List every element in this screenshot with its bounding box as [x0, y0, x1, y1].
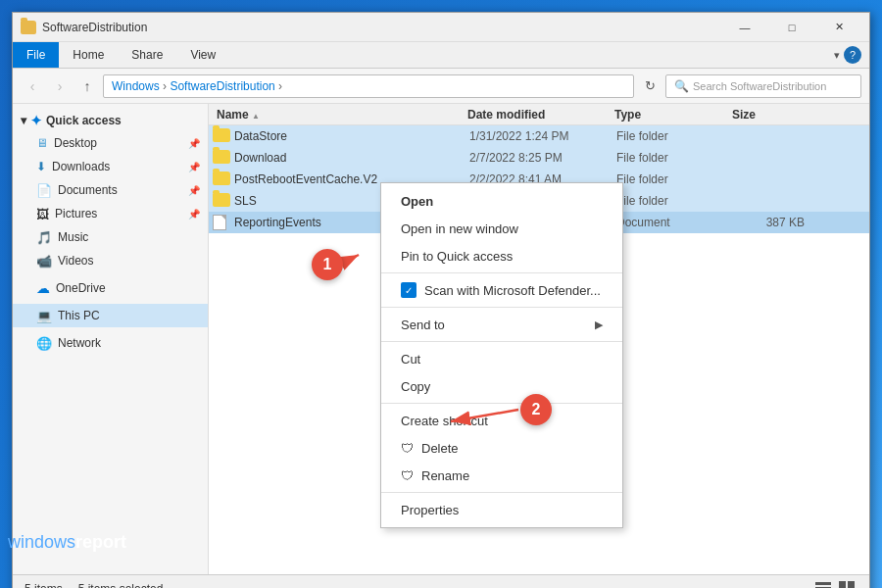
- file-date: 1/31/2022 1:24 PM: [469, 129, 616, 143]
- file-size: 387 KB: [734, 216, 812, 229]
- chevron-down-icon: ▾: [21, 114, 26, 127]
- music-icon: 🎵: [36, 230, 52, 245]
- ctx-separator-3: [381, 341, 622, 342]
- search-box[interactable]: 🔍 Search SoftwareDistribution: [665, 74, 861, 98]
- sidebar-item-downloads[interactable]: ⬇ Downloads 📌: [13, 155, 208, 178]
- ctx-separator-4: [381, 403, 622, 404]
- status-bar: 5 items 5 items selected: [13, 574, 869, 588]
- view-controls: [812, 578, 858, 589]
- address-path[interactable]: Windows › SoftwareDistribution ›: [103, 74, 634, 98]
- ribbon: File Home Share View ▾ ?: [13, 42, 869, 69]
- ctx-send-to[interactable]: Send to ▶: [381, 311, 622, 338]
- tab-view[interactable]: View: [176, 42, 229, 68]
- defender-icon: ✓: [401, 282, 416, 298]
- help-icon[interactable]: ?: [844, 46, 861, 64]
- address-bar: ‹ › ↑ Windows › SoftwareDistribution › ↻…: [13, 69, 869, 104]
- pictures-icon: 🖼: [36, 207, 49, 221]
- file-type: File folder: [616, 129, 734, 143]
- file-name: DataStore: [234, 129, 469, 143]
- pin-icon: 📌: [188, 162, 200, 172]
- sidebar-network-label: Network: [58, 336, 101, 350]
- ctx-copy[interactable]: Copy: [381, 372, 622, 400]
- file-name: Download: [234, 151, 469, 165]
- sidebar-item-pictures[interactable]: 🖼 Pictures 📌: [13, 202, 208, 225]
- svg-rect-3: [839, 581, 846, 588]
- svg-rect-4: [848, 581, 855, 588]
- title-bar: SoftwareDistribution — □ ✕: [13, 13, 869, 42]
- column-date-header[interactable]: Date modified: [467, 108, 614, 122]
- search-icon: 🔍: [674, 79, 689, 93]
- close-button[interactable]: ✕: [816, 13, 861, 42]
- ctx-open-new-window[interactable]: Open in new window: [381, 215, 622, 242]
- sidebar-item-onedrive[interactable]: ☁ OneDrive: [13, 276, 208, 300]
- ctx-scan-defender[interactable]: ✓ Scan with Microsoft Defender...: [381, 276, 622, 304]
- pin-icon: 📌: [188, 185, 200, 196]
- file-row-datastore[interactable]: DataStore 1/31/2022 1:24 PM File folder: [209, 125, 869, 147]
- svg-rect-0: [815, 582, 831, 585]
- sidebar-item-network[interactable]: 🌐 Network: [13, 331, 208, 355]
- computer-icon: 💻: [36, 309, 52, 323]
- ctx-create-shortcut[interactable]: Create shortcut: [381, 407, 622, 434]
- sidebar-quick-access-header[interactable]: ▾ ✦ Quick access: [13, 110, 208, 131]
- window-title: SoftwareDistribution: [42, 21, 722, 34]
- sidebar-item-desktop[interactable]: 🖥 Desktop 📌: [13, 131, 208, 155]
- tiles-view-button[interactable]: [836, 578, 858, 589]
- file-type: File folder: [616, 172, 734, 186]
- column-type-header[interactable]: Type: [614, 108, 732, 122]
- logo-windows: windows: [8, 532, 75, 552]
- ribbon-tabs: File Home Share View ▾ ?: [13, 42, 869, 68]
- column-name-header[interactable]: Name ▲: [213, 108, 467, 122]
- minimize-button[interactable]: —: [722, 13, 767, 42]
- ctx-properties[interactable]: Properties: [381, 496, 622, 523]
- column-size-header[interactable]: Size: [732, 108, 810, 122]
- documents-icon: 📄: [36, 183, 52, 198]
- sidebar-section-network: 🌐 Network: [13, 331, 208, 355]
- file-row-download[interactable]: Download 2/7/2022 8:25 PM File folder: [209, 147, 869, 169]
- tab-share[interactable]: Share: [118, 42, 176, 68]
- tab-home[interactable]: Home: [59, 42, 118, 68]
- ribbon-collapse-icon[interactable]: ▾: [834, 49, 840, 62]
- tab-file[interactable]: File: [13, 42, 59, 68]
- ctx-rename[interactable]: 🛡 Rename: [381, 462, 622, 489]
- selected-count: 5 items selected: [78, 582, 164, 589]
- ctx-separator-1: [381, 272, 622, 273]
- sidebar-section-quick-access: ▾ ✦ Quick access 🖥 Desktop 📌 ⬇ Downloads…: [13, 110, 208, 272]
- ctx-pin-quick-access[interactable]: Pin to Quick access: [381, 242, 622, 270]
- videos-icon: 📹: [36, 254, 52, 269]
- sidebar-item-label: Music: [58, 230, 88, 244]
- downloads-icon: ⬇: [36, 160, 46, 173]
- onedrive-icon: ☁: [36, 280, 50, 296]
- file-type: Document: [616, 216, 734, 229]
- annotation-2: 2: [520, 394, 552, 425]
- forward-button[interactable]: ›: [48, 74, 72, 98]
- file-type: File folder: [616, 151, 734, 165]
- context-menu: Open Open in new window Pin to Quick acc…: [380, 182, 623, 528]
- quick-access-label: Quick access: [46, 114, 122, 127]
- sidebar: ▾ ✦ Quick access 🖥 Desktop 📌 ⬇ Downloads…: [13, 104, 209, 574]
- ctx-cut[interactable]: Cut: [381, 345, 622, 372]
- ctx-delete[interactable]: 🛡 Delete: [381, 434, 622, 462]
- pin-icon: 📌: [188, 138, 200, 149]
- windows-report-logo: windowsreport: [8, 532, 126, 553]
- sidebar-item-this-pc[interactable]: 💻 This PC: [13, 304, 208, 327]
- shield-delete-icon: 🛡: [401, 441, 414, 456]
- file-date: 2/7/2022 8:25 PM: [469, 151, 616, 165]
- ctx-open[interactable]: Open: [381, 187, 622, 215]
- back-button[interactable]: ‹: [21, 74, 44, 98]
- details-view-button[interactable]: [812, 578, 834, 589]
- sort-arrow-icon: ▲: [252, 112, 260, 121]
- sidebar-item-videos[interactable]: 📹 Videos: [13, 249, 208, 272]
- shield-rename-icon: 🛡: [401, 468, 414, 483]
- up-button[interactable]: ↑: [75, 74, 99, 98]
- window-icon: [21, 20, 36, 35]
- sidebar-item-music[interactable]: 🎵 Music: [13, 225, 208, 249]
- file-type: File folder: [616, 194, 734, 208]
- logo-report: report: [75, 532, 126, 552]
- refresh-button[interactable]: ↻: [638, 74, 662, 98]
- network-icon: 🌐: [36, 336, 52, 351]
- search-placeholder: Search SoftwareDistribution: [693, 80, 826, 92]
- sidebar-item-documents[interactable]: 📄 Documents 📌: [13, 178, 208, 202]
- pin-icon: 📌: [188, 209, 200, 220]
- desktop-icon: 🖥: [36, 136, 48, 150]
- maximize-button[interactable]: □: [769, 13, 814, 42]
